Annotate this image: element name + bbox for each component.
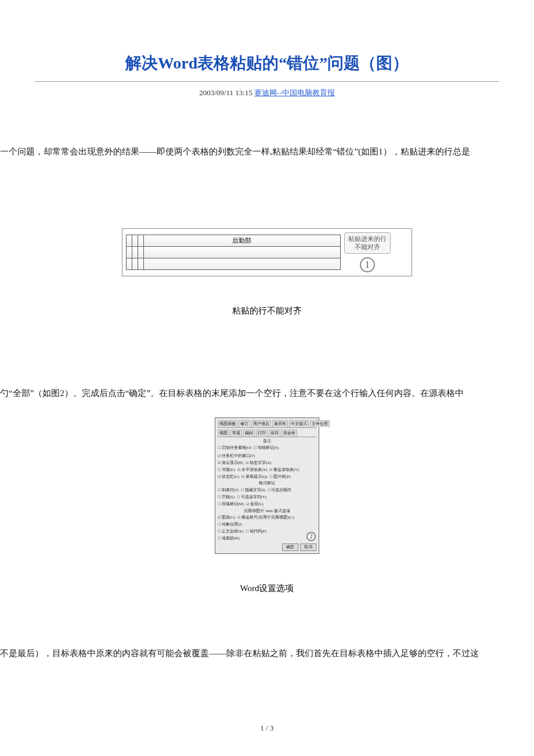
checkbox-option[interactable]: 域底纹(H): (218, 536, 240, 542)
checkbox-option[interactable]: 对象位置(J) (218, 522, 242, 528)
page-number: 1 / 3 (0, 723, 534, 733)
checkbox-option[interactable]: 垂直标尺(仅用于页面视图)(C) (237, 515, 294, 521)
checkbox-option[interactable]: 可选分隔符 (268, 488, 292, 494)
checkbox-option[interactable]: 突出显示(H) (218, 460, 243, 466)
callout-line-1: 粘贴进来的行 (348, 235, 387, 243)
options-dialog: 视图调整 修订 用户信息 兼容性 中文版式 文件位置 视图 常规 编辑 打印 保… (215, 417, 319, 554)
tab[interactable]: 保存 (269, 430, 280, 437)
header-cell: 后勤部 (143, 235, 340, 246)
table-row: 后勤部 (127, 235, 341, 246)
checkbox-option[interactable]: 正文边框(X) (218, 529, 243, 535)
checkbox-option[interactable]: 书签(K) (218, 467, 235, 473)
paragraph-3: 不是最后），目标表格中原来的内容就有可能会被覆盖——除非在粘贴之前，我们首先在目… (0, 646, 534, 660)
tab[interactable]: 常规 (230, 430, 242, 437)
figure-1: 后勤部 粘贴进来的行 不能对齐 1 粘贴的行不能对齐 (122, 228, 412, 316)
table-row (127, 246, 341, 258)
checkbox-option[interactable]: 域代码(F) (246, 529, 266, 535)
checkbox-option[interactable]: 可选连字符(Y) (237, 495, 266, 501)
paragraph-1: 一个问题，却常常会出现意外的结果——即使两个表格的列数完全一样,粘贴结果却经常“… (0, 145, 534, 159)
checkbox-option[interactable]: 屏幕提示(Q) (241, 474, 267, 480)
figure-2-caption: Word设置选项 (215, 583, 319, 594)
dialog-buttons: 确定 取消 (218, 543, 316, 551)
figure-1-callout: 粘贴进来的行 不能对齐 1 (344, 232, 391, 272)
tab[interactable]: 视图 (218, 430, 229, 437)
checkbox-option[interactable]: 图片框(P) (269, 474, 290, 480)
figure-2-badge: 2 (306, 532, 316, 541)
checkbox-option[interactable]: 全部(L) (246, 502, 263, 507)
checkbox-option[interactable]: 状态栏(U) (218, 474, 239, 480)
source-link[interactable]: 赛迪网--中国电脑教育报 (254, 88, 335, 97)
checkbox-option[interactable]: 空格(S) (218, 495, 234, 501)
checkbox-option[interactable]: 图形(G) (218, 515, 235, 521)
section-format-label: 格式标记 (218, 481, 316, 487)
tab[interactable]: 文件位置 (310, 420, 330, 427)
figure-1-caption: 粘贴的行不能对齐 (122, 305, 412, 316)
table-row (127, 258, 341, 269)
tab[interactable]: 兼容性 (272, 420, 288, 427)
checkbox-option[interactable]: 智能标记(S) (254, 445, 279, 451)
callout-bubble: 粘贴进来的行 不能对齐 (344, 232, 391, 254)
tab[interactable]: 修订 (239, 420, 250, 427)
checkbox-option[interactable]: 隐藏文字(I) (241, 488, 265, 494)
section-layout-label: 页面和图片 Web 版式选项 (218, 509, 316, 514)
figure-1-badge: 1 (360, 257, 375, 272)
article-meta: 2003/09/11 13:15 赛迪网--中国电脑教育报 (0, 88, 534, 98)
tab[interactable]: 安全性 (282, 430, 297, 437)
figure-2: 视图调整 修订 用户信息 兼容性 中文版式 文件位置 视图 常规 编辑 打印 保… (215, 417, 319, 594)
checkbox-option[interactable]: 垂直滚动条(V) (269, 467, 299, 473)
tab[interactable]: 中文版式 (289, 420, 309, 427)
dialog-tabs-row-2: 视图 常规 编辑 打印 保存 安全性 (218, 430, 316, 437)
paragraph-2: 勺“全部”（如图2）。完成后点击“确定”。在目标表格的末尾添加一个空行，注意不要… (0, 386, 534, 400)
publish-datetime: 2003/09/11 13:15 (199, 88, 252, 97)
title-divider (35, 81, 499, 82)
cancel-button[interactable]: 取消 (300, 543, 316, 551)
callout-line-2: 不能对齐 (348, 243, 387, 251)
tab[interactable]: 视图调整 (218, 420, 237, 427)
checkbox-option[interactable]: 水平滚动条(X) (237, 467, 267, 473)
dialog-tabs-row-1: 视图调整 修订 用户信息 兼容性 中文版式 文件位置 (218, 420, 316, 428)
checkbox-option[interactable]: 动态文字(A) (246, 460, 271, 466)
checkbox-option[interactable]: 制表符(T) (218, 488, 239, 494)
checkbox-option[interactable]: 任务栏中的窗口(T) (218, 453, 255, 459)
article-title: 解决Word表格粘贴的“错位”问题（图） (0, 52, 534, 74)
figure-1-table: 后勤部 (126, 235, 341, 270)
ok-button[interactable]: 确定 (282, 543, 298, 551)
checkbox-option[interactable]: 启动任务窗格(O) (218, 445, 251, 451)
checkbox-option[interactable]: 段落标记(M) (218, 502, 244, 507)
figure-1-box: 后勤部 粘贴进来的行 不能对齐 1 (122, 228, 412, 276)
tab[interactable]: 打印 (256, 430, 268, 437)
tab[interactable]: 编辑 (243, 430, 255, 437)
section-show-label: 显示 (218, 439, 316, 445)
tab[interactable]: 用户信息 (251, 420, 271, 427)
